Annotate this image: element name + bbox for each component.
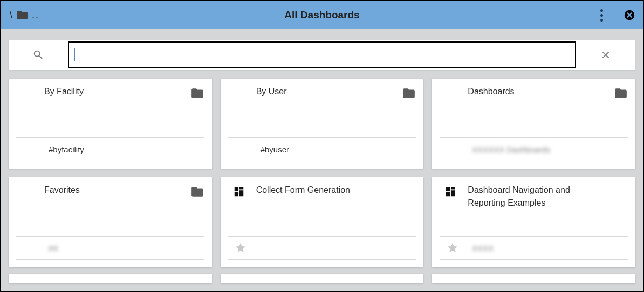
meta-icon-slot <box>440 138 465 161</box>
svg-rect-3 <box>239 190 243 196</box>
card-title: By User <box>256 85 392 98</box>
search-icon <box>9 49 68 61</box>
header-actions <box>598 1 635 29</box>
card-title: Dashboard Navigation and Reporting Examp… <box>468 184 603 210</box>
search-input-wrapper[interactable] <box>68 41 576 68</box>
dashboard-icon <box>444 186 456 200</box>
card-title: Collect Form Generation <box>256 184 392 197</box>
card-type-icon <box>186 184 204 201</box>
dashboard-card-collect-form-generation[interactable]: Collect Form Generation <box>221 177 424 267</box>
svg-rect-8 <box>446 192 450 196</box>
folder-card-by-user[interactable]: By User #byuser <box>221 79 424 169</box>
favorite-toggle[interactable] <box>440 237 465 259</box>
search-row <box>9 40 635 70</box>
cards-grid: By Facility #byfacility By User <box>1 79 643 274</box>
folder-card-favorites[interactable]: Favorites #X <box>9 177 212 267</box>
folder-card-dashboards[interactable]: Dashboards XXXXXX Dashboards <box>432 79 635 169</box>
card-meta-row: #byfacility <box>16 137 204 161</box>
card-leading-spacer <box>16 85 38 87</box>
folder-icon <box>190 185 204 201</box>
svg-rect-1 <box>234 187 238 191</box>
svg-rect-7 <box>451 190 455 196</box>
page-title: All Dashboards <box>1 9 643 21</box>
next-row-peek <box>1 274 643 283</box>
svg-rect-5 <box>446 187 450 191</box>
card-meta-row: XXXXXX Dashboards <box>440 137 628 161</box>
card-title: Dashboards <box>468 85 603 98</box>
meta-icon-slot <box>16 138 42 161</box>
card-meta-row <box>228 236 416 260</box>
card-type-icon <box>398 85 416 102</box>
card-meta-row: #X <box>16 236 204 260</box>
card-type-icon <box>186 85 204 102</box>
card-title: Favorites <box>44 184 180 197</box>
folder-icon <box>614 86 628 102</box>
card-peek[interactable] <box>9 274 212 283</box>
card-title: By Facility <box>44 85 180 98</box>
svg-rect-6 <box>451 187 455 190</box>
card-peek[interactable] <box>432 274 635 283</box>
close-button[interactable] <box>624 9 635 21</box>
card-type-icon <box>228 184 250 200</box>
meta-icon-slot <box>228 138 254 161</box>
card-meta-row: #byuser <box>228 137 416 161</box>
card-tag: #byuser <box>254 145 289 154</box>
more-menu-button[interactable] <box>598 7 605 24</box>
card-type-icon <box>609 85 628 102</box>
card-tag: #X <box>42 244 58 253</box>
card-trail-spacer <box>609 184 628 185</box>
favorite-toggle[interactable] <box>228 237 254 259</box>
clear-search-button[interactable] <box>576 49 635 61</box>
folder-card-by-facility[interactable]: By Facility #byfacility <box>9 79 212 169</box>
card-meta-row: XXXX <box>440 236 628 260</box>
card-leading-spacer <box>16 184 38 186</box>
card-peek[interactable] <box>221 274 424 283</box>
folder-icon <box>402 86 416 102</box>
card-type-icon <box>440 184 461 200</box>
svg-rect-2 <box>239 187 243 190</box>
card-tag: XXXXXX Dashboards <box>465 145 550 154</box>
card-trail-spacer <box>398 184 416 185</box>
card-tag: XXXX <box>465 244 494 253</box>
meta-icon-slot <box>16 237 42 259</box>
dashboard-icon <box>233 186 245 200</box>
search-section <box>1 29 643 79</box>
search-input[interactable] <box>75 43 570 67</box>
card-leading-spacer <box>440 85 461 87</box>
folder-icon <box>190 86 204 102</box>
card-tag: #byfacility <box>42 145 84 154</box>
svg-rect-4 <box>234 192 238 196</box>
app-frame: \ .. All Dashboards <box>1 1 643 291</box>
dashboard-card-navigation-reporting-examples[interactable]: Dashboard Navigation and Reporting Examp… <box>432 177 635 267</box>
header-bar: \ .. All Dashboards <box>1 1 643 29</box>
card-leading-spacer <box>228 85 250 87</box>
